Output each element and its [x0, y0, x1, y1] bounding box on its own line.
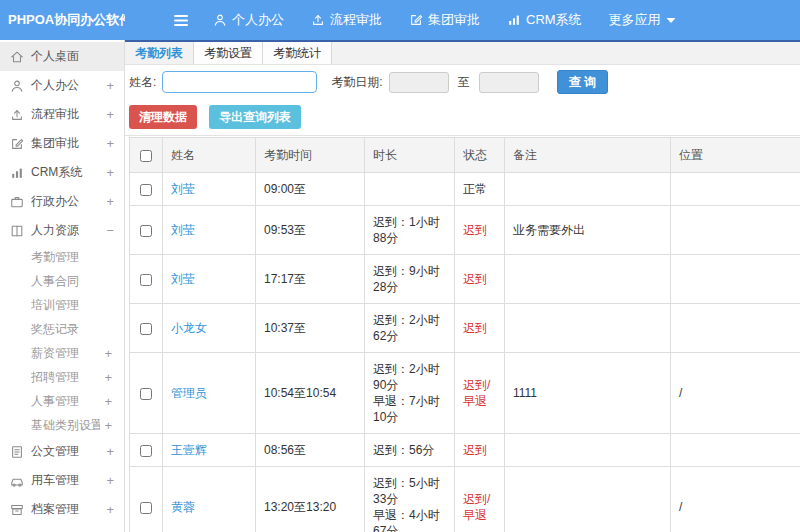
expand-plus-icon[interactable]: + — [106, 502, 114, 517]
sidebar-item-human-resources[interactable]: 人力资源− — [0, 216, 124, 245]
employee-name-link[interactable]: 刘莹 — [171, 182, 195, 196]
date-from-input[interactable] — [389, 72, 449, 93]
table-row: 刘莹09:53至迟到：1小时88分迟到业务需要外出 — [130, 206, 800, 255]
sidebar-item-label: 档案管理 — [31, 501, 102, 518]
expand-plus-icon[interactable]: + — [106, 194, 114, 209]
hamburger-menu-icon[interactable] — [173, 14, 189, 27]
nav-item-personal-office[interactable]: 个人办公 — [213, 11, 284, 29]
expand-plus-icon[interactable]: + — [106, 165, 114, 180]
sidebar-subitem-salary-management[interactable]: 薪资管理+ — [0, 341, 124, 365]
attendance-table-wrap: 姓名 考勤时间 时长 状态 备注 位置 刘莹09:00至正常刘莹09:53至迟到… — [125, 136, 800, 532]
sidebar-subitem-recruitment-management[interactable]: 招聘管理+ — [0, 365, 124, 389]
status-badge: 正常 — [463, 182, 487, 196]
expand-plus-icon[interactable]: + — [106, 107, 114, 122]
sidebar-subitem-reward-punishment-records[interactable]: 奖惩记录 — [0, 317, 124, 341]
row-checkbox[interactable] — [140, 225, 152, 237]
filter-bar: 姓名: 考勤日期: 至 查 询 — [125, 65, 800, 99]
sidebar-subitem-attendance-management[interactable]: 考勤管理 — [0, 245, 124, 269]
nav-item-label: 流程审批 — [330, 11, 382, 29]
duration-cell: 迟到：9小时28分 — [365, 255, 455, 304]
duration-line: 迟到：5小时33分 — [373, 475, 446, 507]
expand-plus-icon[interactable]: + — [104, 394, 112, 409]
employee-name-link[interactable]: 管理员 — [171, 386, 207, 400]
name-filter-input[interactable] — [162, 71, 317, 93]
name-cell: 刘莹 — [163, 173, 256, 206]
search-button[interactable]: 查 询 — [557, 70, 608, 94]
nav-item-more-apps[interactable]: 更多应用 — [609, 11, 676, 29]
nav-item-label: 集团审批 — [428, 11, 480, 29]
table-row: 刘莹17:17至迟到：9小时28分迟到 — [130, 255, 800, 304]
tab-attendance-settings[interactable]: 考勤设置 — [194, 42, 263, 64]
col-header-status: 状态 — [455, 138, 505, 173]
row-select-cell — [130, 467, 163, 532]
sidebar-item-admin-office[interactable]: 行政办公+ — [0, 187, 124, 216]
row-checkbox[interactable] — [140, 445, 152, 457]
duration-cell: 迟到：5小时33分早退：4小时67分 — [365, 467, 455, 532]
expand-plus-icon[interactable]: + — [106, 473, 114, 488]
employee-name-link[interactable]: 黄蓉 — [171, 500, 195, 514]
edit-icon — [409, 13, 423, 27]
select-all-checkbox[interactable] — [140, 150, 152, 162]
sidebar-item-personal-desktop[interactable]: 个人桌面 — [0, 42, 124, 71]
status-badge: 迟到 — [463, 272, 487, 286]
row-checkbox[interactable] — [140, 502, 152, 514]
expand-plus-icon[interactable]: + — [106, 78, 114, 93]
row-checkbox[interactable] — [140, 323, 152, 335]
note-cell: 业务需要外出 — [505, 206, 671, 255]
row-checkbox[interactable] — [140, 184, 152, 196]
attendance-table-body: 刘莹09:00至正常刘莹09:53至迟到：1小时88分迟到业务需要外出刘莹17:… — [130, 173, 800, 532]
date-to-input[interactable] — [479, 72, 539, 93]
sidebar-item-group-approval[interactable]: 集团审批+ — [0, 129, 124, 158]
expand-plus-icon[interactable]: + — [106, 444, 114, 459]
sidebar: 个人桌面个人办公+流程审批+集团审批+CRM系统+行政办公+人力资源−考勤管理人… — [0, 40, 125, 532]
expand-plus-icon[interactable]: + — [106, 136, 114, 151]
export-list-button[interactable]: 导出查询列表 — [209, 105, 301, 129]
location-cell: / — [671, 353, 800, 434]
collapse-minus-icon[interactable]: − — [106, 223, 114, 238]
attendance-table: 姓名 考勤时间 时长 状态 备注 位置 刘莹09:00至正常刘莹09:53至迟到… — [129, 137, 800, 532]
employee-name-link[interactable]: 刘莹 — [171, 272, 195, 286]
tab-attendance-statistics[interactable]: 考勤统计 — [263, 42, 332, 64]
sidebar-item-workflow-approval[interactable]: 流程审批+ — [0, 100, 124, 129]
sidebar-item-archive-management[interactable]: 档案管理+ — [0, 495, 124, 524]
nav-item-workflow-approval[interactable]: 流程审批 — [311, 11, 382, 29]
attendance-time-cell: 08:56至 — [256, 434, 365, 467]
sidebar-subitem-basic-category-settings[interactable]: 基础类别设置+ — [0, 413, 124, 437]
nav-item-group-approval[interactable]: 集团审批 — [409, 11, 480, 29]
employee-name-link[interactable]: 刘莹 — [171, 223, 195, 237]
select-all-cell — [130, 138, 163, 173]
row-checkbox[interactable] — [140, 274, 152, 286]
sidebar-subitem-label: 人事管理 — [31, 393, 100, 410]
expand-plus-icon[interactable]: + — [104, 370, 112, 385]
clear-data-button[interactable]: 清理数据 — [129, 105, 197, 129]
flow-icon — [9, 108, 24, 122]
row-select-cell — [130, 434, 163, 467]
expand-plus-icon[interactable]: + — [104, 418, 112, 433]
sidebar-subitem-personnel-management[interactable]: 人事管理+ — [0, 389, 124, 413]
sidebar-item-document-management[interactable]: 公文管理+ — [0, 437, 124, 466]
attendance-time-cell: 09:53至 — [256, 206, 365, 255]
sidebar-item-label: 集团审批 — [31, 135, 102, 152]
employee-name-link[interactable]: 王壹辉 — [171, 443, 207, 457]
duration-cell — [365, 173, 455, 206]
duration-line: 早退：4小时67分 — [373, 507, 446, 532]
nav-item-crm-system[interactable]: CRM系统 — [507, 11, 582, 29]
sidebar-item-crm-system[interactable]: CRM系统+ — [0, 158, 124, 187]
sidebar-item-label: 个人桌面 — [31, 48, 114, 65]
duration-line: 早退：7小时10分 — [373, 393, 446, 425]
sidebar-item-project-management[interactable]: 项目管理+ — [0, 524, 124, 532]
row-select-cell — [130, 304, 163, 353]
col-header-name: 姓名 — [163, 138, 256, 173]
sidebar-subitem-hr-contract[interactable]: 人事合同 — [0, 269, 124, 293]
row-checkbox[interactable] — [140, 388, 152, 400]
duration-cell: 迟到：56分 — [365, 434, 455, 467]
sidebar-item-vehicle-management[interactable]: 用车管理+ — [0, 466, 124, 495]
tab-attendance-list[interactable]: 考勤列表 — [125, 42, 194, 64]
date-to-label: 至 — [458, 74, 470, 91]
sidebar-subitem-label: 培训管理 — [31, 297, 112, 314]
sidebar-item-personal-office[interactable]: 个人办公+ — [0, 71, 124, 100]
employee-name-link[interactable]: 小龙女 — [171, 321, 207, 335]
sidebar-subitem-label: 薪资管理 — [31, 345, 100, 362]
expand-plus-icon[interactable]: + — [104, 346, 112, 361]
sidebar-subitem-training-management[interactable]: 培训管理 — [0, 293, 124, 317]
